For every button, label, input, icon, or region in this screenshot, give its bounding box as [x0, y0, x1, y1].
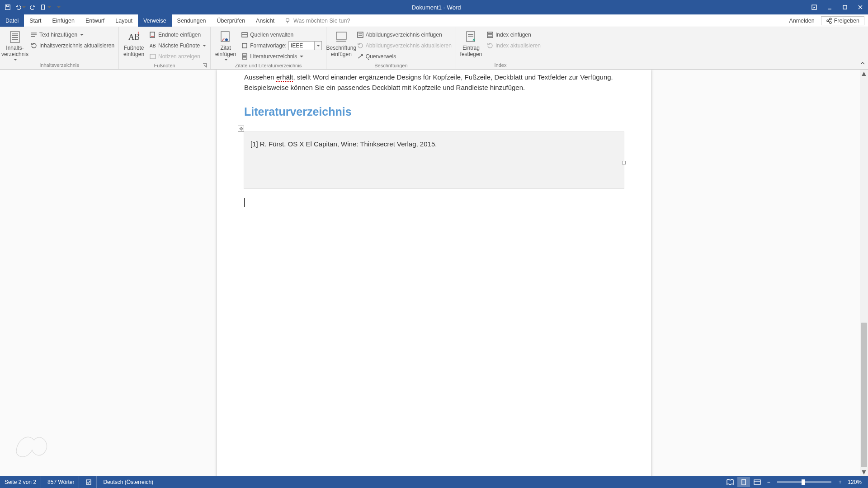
tab-file[interactable]: Datei [0, 14, 24, 27]
group-captions-label: Beschriftungen [329, 61, 453, 69]
update-index-button[interactable]: Index aktualisieren [485, 41, 542, 51]
style-dropdown-arrow[interactable] [315, 41, 322, 50]
svg-point-8 [286, 18, 289, 21]
insert-citation-button[interactable]: Zitat einfügen [213, 28, 238, 61]
zoom-slider-knob[interactable] [802, 479, 805, 485]
bibliography-heading[interactable]: Literaturverzeichnis [244, 105, 624, 118]
group-citations: Zitat einfügen Quellen verwalten Formatv… [211, 27, 326, 69]
svg-rect-28 [150, 54, 156, 59]
field-end-handle[interactable] [622, 161, 626, 164]
cross-reference-label: Querverweis [366, 53, 396, 60]
bibliography-label: Literaturverzeichnis [250, 53, 297, 60]
bibliography-icon [241, 53, 248, 60]
tab-review[interactable]: Überprüfen [212, 14, 251, 27]
chevron-down-icon [203, 45, 206, 47]
dialog-launcher-icon[interactable] [202, 63, 208, 68]
read-mode-button[interactable] [724, 477, 736, 487]
body-paragraph[interactable]: Aussehen erhält, stellt Word einander er… [244, 72, 624, 93]
tab-mailings[interactable]: Sendungen [172, 14, 212, 27]
update-figure-index-button[interactable]: Abbildungsverzeichnis aktualisieren [355, 41, 453, 51]
insert-footnote-button[interactable]: AB1 Fußnote einfügen [122, 28, 146, 58]
body-text-pre: Aussehen [244, 73, 276, 81]
vertical-scrollbar[interactable]: ▲ ▼ [860, 70, 868, 476]
style-label: Formatvorlage: [250, 42, 288, 49]
chevron-down-icon [224, 59, 228, 61]
maximize-icon[interactable] [837, 0, 853, 14]
insert-figure-index-button[interactable]: Abbildungsverzeichnis einfügen [355, 30, 453, 40]
zoom-out-button[interactable]: − [764, 479, 773, 485]
minimize-icon[interactable] [822, 0, 837, 14]
insert-caption-label: Beschriftung einfügen [326, 45, 357, 58]
footnote-icon: AB1 [127, 30, 141, 44]
group-index-label: Index [459, 61, 542, 69]
insert-caption-button[interactable]: Beschriftung einfügen [329, 28, 354, 58]
insert-index-button[interactable]: Index einfügen [485, 30, 542, 40]
page-indicator[interactable]: Seite 2 von 2 [0, 476, 41, 488]
figure-index-icon [357, 31, 364, 38]
redo-icon[interactable] [27, 1, 39, 13]
insert-endnote-label: Endnote einfügen [158, 32, 201, 38]
qat-customize-icon[interactable] [52, 1, 64, 13]
zoom-level[interactable]: 120% [845, 479, 864, 485]
svg-rect-0 [5, 5, 10, 10]
tell-me-search[interactable]: Was möchten Sie tun? [280, 14, 354, 27]
undo-icon[interactable] [14, 1, 26, 13]
svg-rect-5 [843, 5, 847, 9]
language-indicator[interactable]: Deutsch (Österreich) [99, 476, 158, 488]
proofing-button[interactable] [81, 476, 97, 488]
print-layout-button[interactable] [737, 477, 750, 487]
tab-start[interactable]: Start [24, 14, 47, 27]
touch-mode-icon[interactable] [40, 1, 52, 13]
bibliography-entry[interactable]: [1] R. Fürst, OS X El Capitan, Wine: Thi… [250, 140, 618, 148]
save-icon[interactable] [2, 1, 14, 13]
close-icon[interactable] [853, 0, 868, 14]
scroll-thumb[interactable] [861, 323, 867, 467]
mark-entry-button[interactable]: Eintrag festlegen [459, 28, 483, 58]
add-text-icon [30, 31, 38, 38]
svg-rect-51 [742, 479, 745, 485]
add-text-button[interactable]: Text hinzufügen [29, 30, 116, 40]
scroll-down-icon[interactable]: ▼ [860, 468, 868, 476]
style-value[interactable]: IEEE [288, 41, 315, 50]
next-footnote-button[interactable]: AB Nächste Fußnote [148, 41, 208, 51]
svg-text:1: 1 [137, 31, 140, 35]
share-label: Freigeben [834, 18, 859, 24]
tab-references[interactable]: Verweise [138, 14, 172, 27]
document-area[interactable]: Aussehen erhält, stellt Word einander er… [0, 70, 860, 476]
zoom-in-button[interactable]: + [836, 479, 844, 485]
tab-view[interactable]: Ansicht [250, 14, 280, 27]
scroll-up-icon[interactable]: ▲ [860, 70, 868, 78]
share-button[interactable]: Freigeben [821, 16, 864, 25]
field-move-handle[interactable]: ✥ [238, 126, 244, 132]
group-toc: Inhalts- verzeichnis Text hinzufügen Inh… [0, 27, 119, 69]
tab-design[interactable]: Entwurf [80, 14, 110, 27]
update-toc-button[interactable]: Inhaltsverzeichnis aktualisieren [29, 41, 116, 51]
svg-rect-50 [86, 480, 91, 484]
manage-sources-button[interactable]: Quellen verwalten [240, 30, 323, 40]
ribbon-display-options-icon[interactable] [807, 0, 822, 14]
spelling-error: erhält [276, 73, 293, 82]
update-figure-index-label: Abbildungsverzeichnis aktualisieren [366, 42, 452, 49]
insert-endnote-button[interactable]: Endnote einfügen [148, 30, 208, 40]
svg-rect-2 [42, 5, 45, 10]
refresh-icon [357, 42, 364, 49]
cross-reference-icon [357, 53, 364, 60]
tab-insert[interactable]: Einfügen [47, 14, 80, 27]
insert-index-icon [486, 31, 494, 38]
signin-link[interactable]: Anmelden [784, 18, 819, 24]
toc-button[interactable]: Inhalts- verzeichnis [3, 28, 27, 61]
zoom-slider[interactable] [777, 481, 831, 483]
cross-reference-button[interactable]: Querverweis [355, 52, 453, 61]
show-notes-button[interactable]: Notizen anzeigen [148, 52, 208, 61]
bibliography-field[interactable]: ✥ [1] R. Fürst, OS X El Capitan, Wine: T… [244, 132, 624, 188]
citation-style-combo[interactable]: Formatvorlage: IEEE [240, 41, 323, 51]
page[interactable]: Aussehen erhält, stellt Word einander er… [217, 70, 651, 476]
insert-figure-index-label: Abbildungsverzeichnis einfügen [366, 32, 442, 38]
svg-point-30 [225, 38, 228, 41]
collapse-ribbon-icon[interactable] [860, 61, 865, 67]
tab-layout[interactable]: Layout [110, 14, 138, 27]
word-count[interactable]: 857 Wörter [43, 476, 79, 488]
bibliography-button[interactable]: Literaturverzeichnis [240, 52, 323, 61]
web-layout-button[interactable] [751, 477, 764, 487]
show-notes-label: Notizen anzeigen [158, 53, 200, 60]
